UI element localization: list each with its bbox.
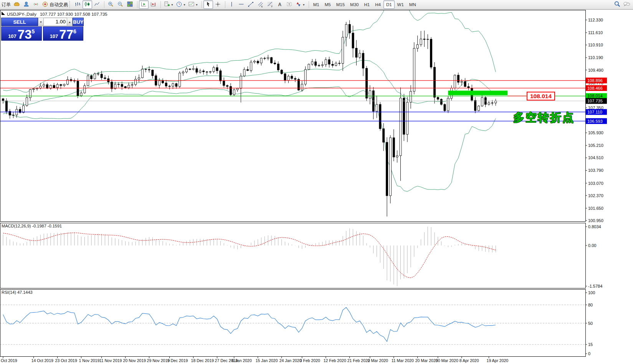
new-chart-button[interactable]: ▼	[162, 0, 175, 9]
tf-m15-button[interactable]: M15	[334, 0, 347, 9]
svg-text:A: A	[278, 2, 281, 7]
arrows-button[interactable]: ▼	[294, 0, 306, 9]
fibonacci-button[interactable]: F	[265, 0, 275, 9]
line-chart-button[interactable]	[92, 0, 102, 9]
tf-m30-button[interactable]: M30	[347, 0, 361, 9]
metaeditor-button[interactable]	[12, 0, 21, 9]
toolbar: 订单 自动交易	[0, 0, 633, 10]
clock-icon	[176, 1, 182, 8]
tf-m5-button[interactable]: M5	[322, 0, 334, 9]
sell-button[interactable]: SELL	[1, 18, 38, 26]
svg-text:105.930: 105.930	[588, 130, 603, 135]
tile-windows-icon	[127, 1, 133, 8]
sell-price-point: 5	[32, 28, 35, 35]
volume-input[interactable]: 1.00	[44, 18, 67, 26]
volume-decrease-button[interactable]: ▼	[38, 18, 44, 26]
svg-text:T: T	[288, 3, 290, 6]
autotrading-button[interactable]: 自动交易	[41, 0, 69, 9]
tile-windows-button[interactable]	[125, 0, 135, 9]
one-click-trading-panel: SELL ▼ 1.00 ▲ BUY 107 73 5 107 77 6	[1, 18, 83, 41]
svg-text:9 Dec 2019: 9 Dec 2019	[167, 358, 188, 363]
bars-chart-icon	[74, 1, 81, 8]
svg-text:20 Mar 2020: 20 Mar 2020	[415, 358, 438, 363]
chart-shift-icon	[150, 1, 157, 8]
zoom-out-icon	[117, 1, 124, 8]
buy-price-pips: 77	[59, 29, 73, 40]
new-chart-icon	[164, 1, 170, 8]
chevron-down-icon: ▼	[195, 3, 198, 6]
buy-price-display[interactable]: 107 77 6	[43, 26, 84, 41]
text-a-icon: A	[276, 1, 283, 8]
tf-d1-button[interactable]: D1	[383, 0, 395, 9]
period-button[interactable]: ▼	[175, 0, 187, 9]
one-click-toggle[interactable]	[2, 12, 5, 15]
bars-chart-button[interactable]	[73, 0, 83, 9]
chevron-down-icon: ▼	[302, 3, 305, 6]
zoom-out-button[interactable]	[116, 0, 125, 9]
svg-text:100: 100	[588, 290, 595, 295]
crosshair-button[interactable]	[213, 0, 223, 9]
svg-text:50: 50	[588, 321, 593, 326]
svg-text:107.735: 107.735	[587, 99, 603, 103]
chart-canvas[interactable]: MACD(12,26,9) -0.1987 -0.1591RSI(14) 47.…	[0, 0, 633, 364]
crosshair-icon	[215, 1, 221, 8]
svg-text:21 Feb 2020: 21 Feb 2020	[347, 358, 370, 363]
auto-scroll-button[interactable]	[139, 0, 149, 9]
svg-text:6 Jan 2020: 6 Jan 2020	[232, 358, 252, 363]
svg-text:-1.5784: -1.5784	[588, 284, 602, 288]
tf-h4-button[interactable]: H4	[372, 0, 383, 9]
buy-price-figure: 107	[50, 33, 58, 40]
horizontal-line-button[interactable]	[236, 0, 246, 9]
tf-h1-button[interactable]: H1	[361, 0, 372, 9]
chart-template-button[interactable]: ▼	[187, 0, 199, 9]
text-button[interactable]: A	[275, 0, 284, 9]
signals-button[interactable]	[31, 0, 41, 9]
svg-text:2 Mar 2020: 2 Mar 2020	[368, 358, 388, 363]
candlestick-icon	[84, 1, 91, 8]
chart-shift-button[interactable]	[149, 0, 158, 9]
svg-text:18 Dec 2019: 18 Dec 2019	[191, 358, 214, 363]
svg-text:3 Feb 2020: 3 Feb 2020	[300, 358, 320, 363]
svg-text:MACD(12,26,9) -0.1987 -0.1591: MACD(12,26,9) -0.1987 -0.1591	[2, 224, 62, 228]
trendline-icon	[248, 1, 254, 8]
search-button[interactable]	[612, 0, 622, 9]
arrows-icon	[295, 1, 302, 8]
buy-button[interactable]: BUY	[73, 18, 84, 26]
volume-increase-button[interactable]: ▲	[67, 18, 73, 26]
cursor-button[interactable]	[203, 0, 213, 9]
svg-text:108.466: 108.466	[587, 86, 603, 91]
new-order-button[interactable]: 订单	[0, 0, 12, 9]
chat-icon	[623, 1, 631, 8]
sell-price-display[interactable]: 107 73 5	[1, 26, 42, 41]
channel-icon: E	[257, 1, 264, 8]
svg-text:Oct 2019: Oct 2019	[1, 358, 17, 363]
zoom-in-button[interactable]	[106, 0, 116, 9]
candlestick-chart-button[interactable]	[83, 0, 92, 9]
svg-text:112.330: 112.330	[588, 18, 603, 22]
community-button[interactable]	[21, 0, 31, 9]
cursor-icon	[205, 1, 212, 8]
tf-w1-button[interactable]: W1	[395, 0, 407, 9]
toolbar-separator	[307, 1, 309, 8]
signal-icon	[33, 1, 39, 8]
chat-button[interactable]	[622, 0, 632, 9]
channel-button[interactable]: E	[256, 0, 265, 9]
zoom-in-icon	[107, 1, 114, 8]
tf-mn-button[interactable]: MN	[407, 0, 419, 9]
svg-text:23 Oct 2019: 23 Oct 2019	[55, 358, 77, 363]
tf-m1-button[interactable]: M1	[311, 0, 322, 9]
svg-text:30 Mar 2020: 30 Mar 2020	[436, 358, 458, 363]
text-label-button[interactable]: T	[284, 0, 294, 9]
svg-text:12 Feb 2020: 12 Feb 2020	[324, 358, 346, 363]
svg-text:0.8034: 0.8034	[588, 224, 601, 229]
svg-text:104.510: 104.510	[588, 155, 603, 160]
new-order-label: 订单	[2, 2, 11, 8]
svg-text:103.070: 103.070	[588, 181, 603, 186]
svg-text:15: 15	[588, 342, 593, 347]
svg-text:110.190: 110.190	[588, 55, 603, 60]
vertical-line-icon	[228, 1, 235, 8]
gold-book-icon	[13, 1, 20, 8]
trendline-button[interactable]	[246, 0, 256, 9]
volume-stepper: ▼ 1.00 ▲	[38, 18, 73, 26]
vertical-line-button[interactable]	[227, 0, 236, 9]
